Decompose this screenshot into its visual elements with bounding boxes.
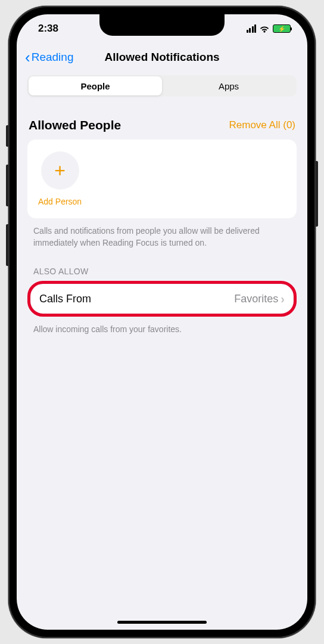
segment-people-label: People: [80, 81, 110, 91]
page-title: Allowed Notifications: [104, 51, 219, 64]
chevron-right-icon: ›: [281, 292, 285, 306]
segment-apps[interactable]: Apps: [162, 76, 295, 95]
add-person-label: Add Person: [38, 197, 82, 206]
highlight-annotation: Calls From Favorites ›: [27, 281, 297, 317]
calls-from-value-wrap: Favorites ›: [234, 292, 285, 306]
status-time: 2:38: [38, 23, 58, 35]
remove-all-button[interactable]: Remove All (0): [229, 119, 295, 131]
signal-icon: [247, 24, 257, 33]
segment-people[interactable]: People: [29, 76, 162, 95]
home-indicator[interactable]: [117, 621, 207, 624]
charging-icon: ⚡: [278, 26, 285, 32]
calls-from-value: Favorites: [234, 293, 278, 305]
content: People Apps Allowed People Remove All (0…: [17, 72, 307, 336]
allowed-people-footer: Calls and notifications from people you …: [27, 218, 297, 249]
plus-icon: +: [41, 151, 79, 190]
also-allow-header: ALSO ALLOW: [33, 267, 291, 276]
allowed-people-title: Allowed People: [29, 118, 121, 132]
device-side-buttons-left: [6, 125, 8, 284]
add-person-button[interactable]: + Add Person: [38, 151, 82, 206]
back-label: Reading: [32, 51, 74, 64]
wifi-icon: [259, 25, 270, 33]
allowed-people-card: + Add Person: [27, 140, 297, 218]
notch: [99, 14, 225, 36]
status-right: ⚡: [247, 24, 291, 33]
also-allow-footer: Allow incoming calls from your favorites…: [27, 317, 297, 336]
device-side-buttons-right: [316, 161, 318, 244]
back-button[interactable]: ‹ Reading: [25, 49, 73, 65]
calls-from-label: Calls From: [39, 293, 91, 305]
screen: 2:38 ⚡ ‹ Reading Allowed Notifications: [17, 14, 307, 630]
segmented-control: People Apps: [27, 75, 297, 97]
chevron-left-icon: ‹: [25, 49, 30, 65]
segment-apps-label: Apps: [219, 81, 239, 91]
device-frame: 2:38 ⚡ ‹ Reading Allowed Notifications: [8, 6, 316, 638]
calls-from-row[interactable]: Calls From Favorites ›: [31, 284, 293, 313]
battery-icon: ⚡: [273, 24, 291, 33]
nav-bar: ‹ Reading Allowed Notifications: [17, 43, 307, 72]
section-header: Allowed People Remove All (0): [29, 118, 295, 132]
